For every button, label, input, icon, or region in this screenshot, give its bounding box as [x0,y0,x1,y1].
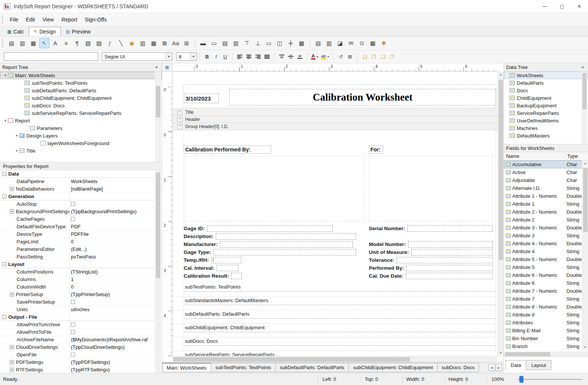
property-value[interactable]: (TppBackgroundPrintSettings) [69,209,137,214]
report-tree-item[interactable]: subServiceRepParts: ServiceRepairParts [0,109,162,117]
field-list-item[interactable]: Attribute 1 - Numeric Double [504,192,588,200]
property-value[interactable] [69,202,77,206]
italic-button[interactable]: I [212,52,221,61]
property-row[interactable]: DeviceType PDFFile [0,231,162,238]
field-label[interactable]: Temp./RH: [184,257,209,263]
field-label[interactable]: Description: [184,234,213,239]
table-tool-icon[interactable]: ⊞ [181,38,192,48]
mode-tab[interactable]: ▤ Preview [61,27,95,36]
field-label[interactable]: Calibration Result: [184,273,229,279]
field-value-box[interactable] [396,257,493,263]
field-list-item[interactable]: Accumulative Char [504,160,588,168]
property-value[interactable]: 0 [69,239,74,244]
expand-box-icon[interactable]: - [2,315,6,319]
field-label[interactable]: Cal. Interval: [184,265,214,271]
send-backward-button[interactable]: ❒ [387,52,396,61]
report-part-tab[interactable]: Main: WorkSheets [162,363,211,372]
data-tree-item[interactable]: Docs [504,87,588,94]
property-row[interactable]: CachePages [0,215,162,223]
bold-button[interactable]: B [203,52,212,61]
property-row[interactable]: OpenFile [0,351,162,359]
field-value-box[interactable] [408,241,493,248]
field-list-item[interactable]: Attribute 1 String [504,200,588,208]
barcode2d-tool-icon[interactable]: ▦ [149,38,159,48]
field-list-item[interactable]: Branch String [504,342,588,350]
field-list-item[interactable]: Attribute 4 - Numeric Double [504,240,588,248]
align-top-button[interactable] [277,52,286,61]
menu-item[interactable]: Sign-Offs [81,15,111,24]
send-to-back-button[interactable]: ❐ [369,52,378,61]
menu-item[interactable]: View [39,15,58,24]
data-grid-icon[interactable]: ▦ [368,38,378,48]
property-row[interactable]: - Layout [0,261,162,268]
field-label[interactable]: Unit of Measure: [369,249,409,255]
report-part-tab[interactable]: subDefaultParts: DefaultParts [275,363,349,372]
barcode-tool-icon[interactable]: ◉ [127,38,137,48]
dbimage-tool-icon[interactable]: ▧ [83,38,93,48]
page-header-band-icon[interactable]: ▤ [220,38,230,48]
tree-expand-icon[interactable]: ▾ [14,134,19,138]
chart-wizard-icon[interactable]: ◪ [335,38,345,48]
dbmemo-tool-icon[interactable]: ▨ [94,38,104,48]
chevron-down-icon[interactable]: ▼ [166,53,172,60]
fields-scrollbar[interactable]: ▲▼ [582,160,588,350]
menu-item[interactable]: Report [58,15,81,24]
align-middle-button[interactable] [286,52,295,61]
data-tree-item[interactable]: Machines [504,124,588,132]
property-row[interactable]: + NoDataBehaviors [ndBlankPage] [0,185,162,193]
expand-box-icon[interactable]: - [2,194,6,199]
property-row[interactable]: AllowPrintToFile [0,328,162,336]
expand-box-icon[interactable]: + [10,292,14,296]
expand-box-icon[interactable]: + [10,187,14,191]
band-outline-icon[interactable]: ▥ [17,38,28,48]
groups-dialog-icon[interactable]: ▦ [296,38,307,48]
property-row[interactable]: ArchiveFileName ($MyDocuments)\ReportArc… [0,336,162,344]
property-value[interactable] [69,300,77,304]
band-divider[interactable]: ^ Group Header[0]: I.D. [172,123,497,130]
property-row[interactable]: AllowPrintToArchive [0,321,162,328]
group-header-band-icon[interactable]: ⊤ [242,38,252,48]
report-title-field[interactable]: Calibration Worksheet [229,89,496,105]
property-row[interactable]: PassSetting psTwoPass [0,253,162,261]
richtext-tool-icon[interactable]: ¶ [72,38,82,48]
report-tree-item[interactable]: ▾ Design Layers [0,132,162,139]
title-band-icon[interactable]: ▬ [198,38,208,48]
data-tree-item[interactable]: BackupEquipment [504,102,588,109]
column-header-type[interactable]: Type [566,153,578,159]
property-row[interactable]: DataPipeline WorkSheets [0,178,162,185]
report-tree-item[interactable]: ▾ Title [0,147,162,154]
field-value-box[interactable] [216,265,238,271]
maximize-button[interactable]: ▢ [553,0,571,13]
report-part-tab[interactable]: subChildEquipment: ChildEquipment [349,363,438,372]
panel-tab[interactable]: Data [505,360,526,370]
report-tree-scrollbar[interactable] [155,72,161,162]
property-row[interactable]: AutoStop [0,200,162,208]
property-value[interactable] [69,322,77,327]
checkbox-icon[interactable] [71,202,75,206]
group-footer-band-icon[interactable]: ⊥ [253,38,263,48]
mail-settings-icon[interactable]: ✉ [346,38,356,48]
field-list-item[interactable]: Attribute 3 String [504,232,588,240]
property-value[interactable]: 0 [69,284,74,290]
page-footer-band-icon[interactable]: ▥ [231,38,241,48]
properties-scrollbar[interactable] [155,170,161,373]
mode-tab[interactable]: ▦ Calc [2,27,29,36]
property-value[interactable]: [ndBlankPage] [69,186,103,192]
align-left-button[interactable] [235,52,244,61]
property-row[interactable]: PageLimit 0 [0,238,162,246]
expand-box-icon[interactable]: + [10,368,14,372]
field-value-box[interactable] [207,225,333,232]
expand-box-icon[interactable]: - [2,172,6,176]
field-list-item[interactable]: Adjustable Char [504,176,588,184]
chevron-down-icon[interactable]: ▼ [190,53,197,60]
data-tree-item[interactable]: DefaultMasters [504,132,588,139]
font-color-button[interactable]: A ▼ [310,52,320,61]
property-row[interactable]: - Output - File [0,313,162,321]
zoom-slider[interactable] [517,376,582,383]
field-list-item[interactable]: Bin Number String [504,335,588,342]
field-value-box[interactable] [406,273,493,279]
subreport-band[interactable]: subServiceRepParts: ServiceRepairParts [172,351,497,356]
bring-forward-button[interactable]: ❑ [378,52,387,61]
property-row[interactable]: Columns 1 [0,276,162,283]
align-justify-button[interactable] [263,52,272,61]
